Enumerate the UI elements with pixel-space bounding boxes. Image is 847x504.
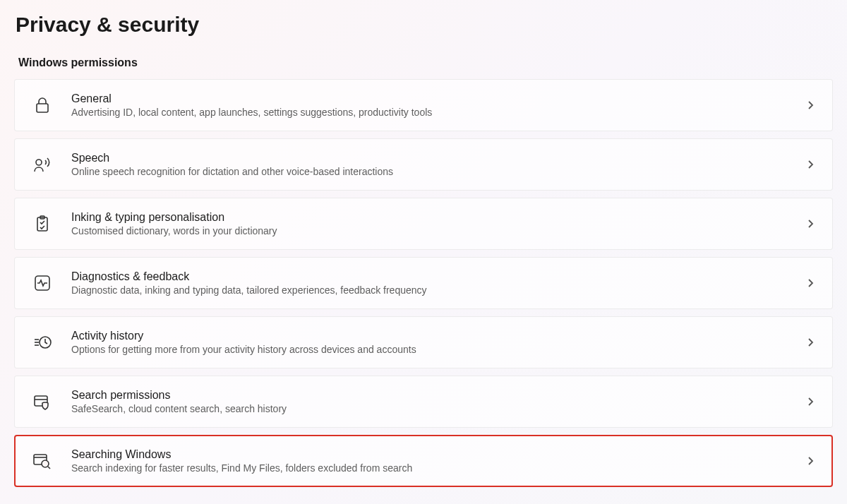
chevron-right-icon [805, 456, 815, 466]
chevron-right-icon [805, 397, 815, 407]
chevron-right-icon [805, 100, 815, 110]
svg-point-8 [42, 460, 49, 467]
item-description: Search indexing for faster results, Find… [71, 462, 805, 474]
item-description: Diagnostic data, inking and typing data,… [71, 284, 805, 296]
settings-item-searching-windows[interactable]: Searching Windows Search indexing for fa… [14, 435, 833, 487]
chevron-right-icon [805, 278, 815, 288]
item-description: Advertising ID, local content, app launc… [71, 107, 805, 118]
chevron-right-icon [805, 219, 815, 229]
settings-item-activity-history[interactable]: Activity history Options for getting mor… [14, 316, 833, 368]
item-description: Online speech recognition for dictation … [71, 166, 805, 177]
history-icon [32, 332, 53, 353]
item-title: Searching Windows [71, 448, 805, 461]
item-description: Customised dictionary, words in your dic… [71, 225, 805, 236]
item-title: Search permissions [71, 389, 805, 402]
settings-item-diagnostics[interactable]: Diagnostics & feedback Diagnostic data, … [14, 257, 833, 309]
diagnostics-icon [32, 272, 53, 294]
section-header: Windows permissions [18, 56, 833, 69]
lock-icon [32, 95, 53, 116]
item-title: Inking & typing personalisation [71, 211, 805, 224]
item-title: Diagnostics & feedback [71, 270, 805, 283]
svg-rect-0 [37, 104, 48, 112]
speech-icon [32, 154, 53, 175]
settings-item-search-permissions[interactable]: Search permissions SafeSearch, cloud con… [14, 376, 833, 428]
page-title: Privacy & security [16, 13, 833, 37]
settings-item-inking[interactable]: Inking & typing personalisation Customis… [14, 198, 833, 250]
chevron-right-icon [805, 337, 815, 347]
settings-item-general[interactable]: General Advertising ID, local content, a… [14, 79, 833, 131]
search-window-icon [32, 450, 53, 472]
item-title: Speech [71, 152, 805, 164]
svg-rect-2 [37, 217, 47, 231]
item-title: Activity history [71, 330, 805, 342]
chevron-right-icon [805, 160, 815, 169]
settings-item-speech[interactable]: Speech Online speech recognition for dic… [14, 138, 833, 191]
item-description: SafeSearch, cloud content search, search… [71, 403, 805, 414]
clipboard-icon [32, 213, 53, 234]
svg-point-1 [36, 160, 42, 165]
item-title: General [71, 92, 805, 105]
item-description: Options for getting more from your activ… [71, 344, 805, 355]
settings-list: General Advertising ID, local content, a… [14, 79, 833, 487]
shield-card-icon [32, 391, 53, 412]
